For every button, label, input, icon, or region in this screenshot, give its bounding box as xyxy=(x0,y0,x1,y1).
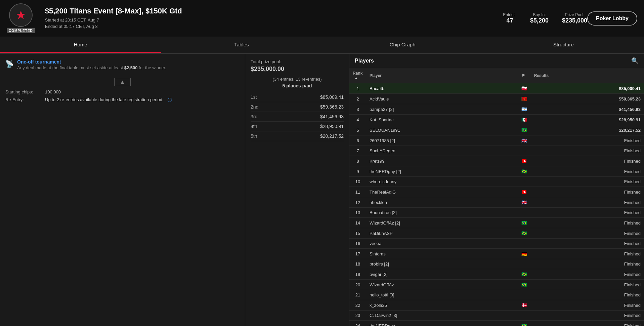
rank-cell: 13 xyxy=(349,208,366,218)
middle-panel: Total prize pool: $235,000.00 (34 entrie… xyxy=(245,54,349,326)
table-row[interactable]: 6 26071985 [2] 🇬🇧 Finished xyxy=(349,135,644,146)
info-icon: ⓘ xyxy=(168,97,172,103)
player-name: WizardOffAz xyxy=(366,280,518,290)
table-row[interactable]: 15 PaDiLhASP 🇧🇷 Finished xyxy=(349,228,644,239)
player-name: x_zola25 xyxy=(366,300,518,311)
left-panel: 📡 One-off tournament Any deal made at th… xyxy=(0,54,245,326)
stats-area: Entries: 47 Buy-In: $5,200 Prize Pool: $… xyxy=(503,12,587,24)
prize-place: 1st xyxy=(251,94,257,100)
player-name: probirs [2] xyxy=(366,259,518,269)
player-flag xyxy=(518,239,531,249)
prize-amount: $85,009.41 xyxy=(320,94,344,100)
player-name: SELOUAN1991 xyxy=(366,125,518,135)
antenna-icon: 📡 xyxy=(5,60,14,68)
entries-value: 47 xyxy=(507,17,513,24)
logo-area: ★ COMPLETED xyxy=(7,3,35,33)
rank-cell: 11 xyxy=(349,187,366,197)
player-flag: 🇲🇪 xyxy=(518,94,531,104)
table-row[interactable]: 2 AcidVaule 🇲🇪 $59,365.23 xyxy=(349,94,644,104)
player-name: PaDiLhASP xyxy=(366,228,518,239)
result-cell: $20,217.52 xyxy=(531,125,644,135)
tab-chip-graph[interactable]: Chip Graph xyxy=(322,37,483,53)
expand-arrow-icon: ▲ xyxy=(114,78,131,86)
table-row[interactable]: 9 theNERDguy [2] 🇧🇷 Finished xyxy=(349,166,644,177)
notice-content: One-off tournament Any deal made at the … xyxy=(17,59,166,71)
col-rank[interactable]: Rank ▲ xyxy=(349,68,366,83)
table-row[interactable]: 17 Sintoras 🇩🇪 Finished xyxy=(349,249,644,259)
prize-pool-value: $235,000.00 xyxy=(251,66,344,73)
table-row[interactable]: 1 Baca4b 🇵🇱 $85,009.41 xyxy=(349,83,644,94)
result-cell: Finished xyxy=(531,177,644,187)
prize-row: 1st$85,009.41 xyxy=(251,92,344,102)
rank-cell: 6 xyxy=(349,135,366,146)
table-row[interactable]: 13 Bounatirou [2] Finished xyxy=(349,208,644,218)
tab-home[interactable]: Home xyxy=(0,37,161,53)
notice-link[interactable]: One-off tournament xyxy=(17,59,166,65)
table-row[interactable]: 4 Kot_Spartac 🇲🇽 $28,950.91 xyxy=(349,115,644,125)
player-name: 26071985 [2] xyxy=(366,135,518,146)
rank-cell: 3 xyxy=(349,104,366,115)
player-name: Sintoras xyxy=(366,249,518,259)
prize-place: 3rd xyxy=(251,114,257,119)
pokerstars-logo: ★ xyxy=(15,8,26,22)
notice-text-before: Any deal made at the final table must se… xyxy=(17,65,123,70)
search-button[interactable]: 🔍 xyxy=(631,57,639,65)
player-flag: 🇩🇪 xyxy=(518,249,531,259)
player-flag xyxy=(518,290,531,300)
result-cell: Finished xyxy=(531,280,644,290)
table-row[interactable]: 18 probirs [2] Finished xyxy=(349,259,644,269)
result-cell: Finished xyxy=(531,156,644,166)
result-cell: Finished xyxy=(531,321,644,326)
event-title: $5,200 Titans Event [8-Max], $150K Gtd xyxy=(45,7,483,15)
starting-chips-value: 100,000 xyxy=(45,89,61,94)
starting-chips-row: Starting chips: 100,000 xyxy=(5,89,240,94)
player-flag: 🇧🇷 xyxy=(518,125,531,135)
player-name: C. Darwin2 [3] xyxy=(366,311,518,321)
player-flag xyxy=(518,146,531,156)
table-row[interactable]: 23 C. Darwin2 [3] Finished xyxy=(349,311,644,321)
rank-cell: 9 xyxy=(349,166,366,177)
buyin-label: Buy-In: xyxy=(533,12,546,17)
player-flag xyxy=(518,177,531,187)
table-row[interactable]: 3 pampa27 [2] 🇦🇷 $41,456.93 xyxy=(349,104,644,115)
result-cell: $41,456.93 xyxy=(531,104,644,115)
prize-amount: $20,217.52 xyxy=(320,133,344,139)
player-flag: 🇲🇽 xyxy=(518,115,531,125)
table-header-row: Rank ▲ Player ⚑ Results xyxy=(349,68,644,83)
prize-pool-label: Total prize pool: xyxy=(251,59,344,64)
player-flag: 🇧🇷 xyxy=(518,269,531,280)
table-row[interactable]: 10 whereisdonny Finished xyxy=(349,177,644,187)
result-cell: Finished xyxy=(531,311,644,321)
table-row[interactable]: 19 pvigar [2] 🇧🇷 Finished xyxy=(349,269,644,280)
rank-cell: 23 xyxy=(349,311,366,321)
table-row[interactable]: 7 SuchADegen Finished xyxy=(349,146,644,156)
table-row[interactable]: 20 WizardOffAz 🇧🇷 Finished xyxy=(349,280,644,290)
result-cell: Finished xyxy=(531,218,644,228)
rank-cell: 2 xyxy=(349,94,366,104)
player-name: pampa27 [2] xyxy=(366,104,518,115)
table-row[interactable]: 8 Krets99 🇨🇭 Finished xyxy=(349,156,644,166)
lobby-button[interactable]: Poker Lobby xyxy=(587,11,637,26)
notice-text: Any deal made at the final table must se… xyxy=(17,65,166,71)
table-row[interactable]: 24 theNERDguy 🇧🇷 Finished xyxy=(349,321,644,326)
expand-button[interactable]: ▲ xyxy=(5,78,240,86)
rank-cell: 19 xyxy=(349,269,366,280)
table-row[interactable]: 22 x_zola25 🇩🇰 Finished xyxy=(349,300,644,311)
tab-tables[interactable]: Tables xyxy=(161,37,322,53)
tab-structure[interactable]: Structure xyxy=(483,37,644,53)
table-row[interactable]: 12 hhecklen 🇬🇧 Finished xyxy=(349,197,644,208)
table-row[interactable]: 5 SELOUAN1991 🇧🇷 $20,217.52 xyxy=(349,125,644,135)
table-row[interactable]: 21 hello_totti [3] Finished xyxy=(349,290,644,300)
table-row[interactable]: 16 veeea Finished xyxy=(349,239,644,249)
col-flag: ⚑ xyxy=(518,68,531,83)
rank-cell: 17 xyxy=(349,249,366,259)
buyin-value: $5,200 xyxy=(530,17,549,24)
player-flag xyxy=(518,311,531,321)
entries-label: Entries: xyxy=(503,12,517,17)
prizepool-label: Prize Pool: xyxy=(565,12,585,17)
table-row[interactable]: 11 TheRealAdiG 🇨🇭 Finished xyxy=(349,187,644,197)
table-row[interactable]: 14 WizardOffAz [2] 🇧🇷 Finished xyxy=(349,218,644,228)
prize-place: 2nd xyxy=(251,104,258,110)
player-name: hhecklen xyxy=(366,197,518,208)
col-results: Results xyxy=(531,68,644,83)
